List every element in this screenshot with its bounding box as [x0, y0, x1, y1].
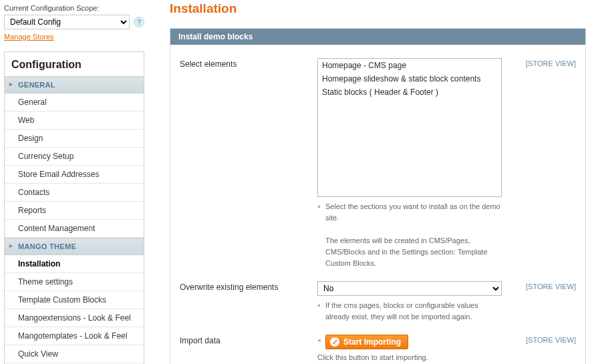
sidebar-item-installation[interactable]: Installation	[5, 255, 144, 273]
config-title: Configuration	[5, 52, 144, 76]
select-elements-multiselect[interactable]: Homepage - CMS page Homepage slideshow &…	[317, 58, 502, 197]
nav-group-general[interactable]: GENERAL	[5, 76, 144, 94]
ms-option[interactable]: Homepage - CMS page	[318, 59, 501, 72]
sidebar-item-template-blocks[interactable]: Template Custom Blocks	[5, 291, 144, 309]
import-label: Import data	[180, 335, 317, 345]
check-icon: ✓	[330, 337, 339, 347]
scope-label: Current Configuration Scope:	[4, 4, 144, 12]
overwrite-label: Overwrite existing elements	[180, 281, 317, 292]
sidebar-item-general[interactable]: General	[5, 94, 144, 112]
nav-group-mango[interactable]: MANGO THEME	[5, 238, 144, 255]
sidebar-item-quick-view[interactable]: Quick View	[5, 345, 144, 363]
select-elements-hint: Select the sections you want to install …	[317, 201, 502, 269]
sidebar-item-web[interactable]: Web	[5, 112, 144, 130]
panel-header: Install demo blocks	[170, 29, 585, 45]
import-button-label: Start Importing	[343, 337, 401, 347]
sidebar-item-mango-tpl[interactable]: Mangotemplates - Look & Feel	[5, 327, 144, 345]
overwrite-select[interactable]: No	[317, 281, 502, 296]
sidebar-item-reports[interactable]: Reports	[5, 202, 144, 220]
sidebar-item-content-mgmt[interactable]: Content Management	[5, 220, 144, 238]
sidebar-item-contacts[interactable]: Contacts	[5, 184, 144, 202]
sidebar-item-design[interactable]: Design	[5, 130, 144, 148]
scope-badge: [STORE VIEW]	[526, 281, 576, 291]
sidebar-item-store-email[interactable]: Store Email Addresses	[5, 166, 144, 184]
ms-option[interactable]: Static blocks ( Header & Footer )	[318, 85, 501, 99]
page-title: Installation	[170, 0, 586, 16]
help-icon[interactable]: ?	[134, 17, 144, 27]
sidebar-item-theme-settings[interactable]: Theme settings	[5, 273, 144, 291]
import-hint: Click this button to start importing.	[317, 353, 502, 361]
install-panel: Install demo blocks Select elements Home…	[170, 28, 586, 364]
start-importing-button[interactable]: ✓ Start Importing	[325, 335, 408, 349]
scope-select[interactable]: Default Config	[4, 15, 130, 29]
manage-stores-link[interactable]: Manage Stores	[4, 33, 54, 41]
scope-badge: [STORE VIEW]	[526, 335, 576, 344]
ms-option[interactable]: Homepage slideshow & static block conten…	[318, 72, 501, 85]
sidebar-item-mango-ext[interactable]: Mangoextensions - Look & Feel	[5, 309, 144, 327]
config-nav: Configuration GENERAL General Web Design…	[4, 51, 144, 364]
scope-badge: [STORE VIEW]	[526, 58, 576, 67]
overwrite-hint: If the cms pages, blocks or configurable…	[317, 300, 502, 323]
sidebar-item-currency[interactable]: Currency Setup	[5, 148, 144, 166]
select-elements-label: Select elements	[180, 58, 317, 69]
